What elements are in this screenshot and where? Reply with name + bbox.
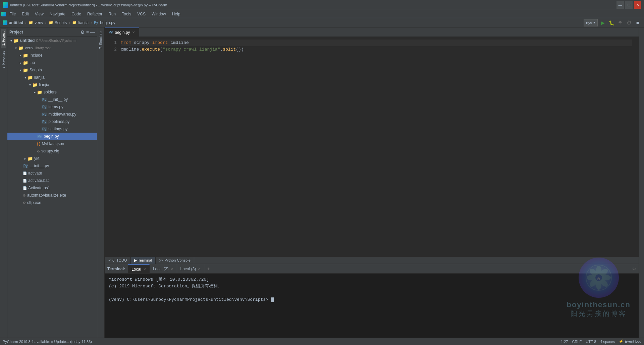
tree-settings-py-item[interactable]: Py settings.py [7,125,97,133]
tree-venv-item[interactable]: 📁 venv library root [7,44,97,52]
menu-refactor[interactable]: Refactor [85,11,105,17]
tree-lianjia-parent-item[interactable]: 📁 lianjia [7,74,97,81]
breadcrumb-lianjia[interactable]: lianjia [78,20,89,25]
terminal-tab[interactable]: ▶ Terminal [131,257,156,264]
menu-run[interactable]: Run [106,11,118,17]
tree-root-arrow [9,39,13,43]
tree-init-py-item[interactable]: Py __init__.py [7,96,97,103]
tree-root-item[interactable]: 📁 untitled C:\Users\Sunboy\Pycharmi [7,37,97,44]
tree-include-item[interactable]: 📁 Include [7,52,97,59]
panel-bottom-tabs: ✓ 6: TODO ▶ Terminal ≫ Python Console [105,257,639,264]
tree-root-folder-icon: 📁 [13,38,19,43]
todo-tab[interactable]: ✓ 6: TODO [105,257,131,264]
indent[interactable]: 4 spaces [600,340,615,344]
tree-spiders-item[interactable]: 📁 spiders [7,88,97,96]
editor-tab-begin-py[interactable]: Py begin.py ✕ [105,27,139,37]
tree-middlewares-py-item[interactable]: Py middlewares.py [7,111,97,118]
menu-tools[interactable]: Tools [119,11,134,17]
profile-button[interactable]: ⏱ [625,19,633,26]
terminal-local3-tab[interactable]: Local (3) ✕ [177,264,205,273]
tree-lianjia-child-item[interactable]: 📁 lianjia [7,81,97,88]
editor-tab-close[interactable]: ✕ [132,30,135,34]
menu-vcs[interactable]: VCS [135,11,148,17]
terminal-local-label: Local [131,267,141,272]
menu-navigate[interactable]: Navigate [47,11,68,17]
tree-mydata-json-item[interactable]: { } MyData.json [7,140,97,147]
breadcrumb-logo-icon [3,20,7,25]
tree-scrapy-cfg-item[interactable]: ⚙ scrapy.cfg [7,147,97,155]
coverage-button[interactable]: ☂ [616,19,624,26]
term-line-1: Microsoft Windows [版本 10.0.18362.720] [109,276,635,283]
terminal-settings-icon[interactable]: ⚙ [632,267,636,271]
maximize-button[interactable]: □ [625,1,633,9]
tree-begin-py-icon: Py [37,135,42,138]
code-token: split [223,46,236,53]
tree-automat-exe-label: automat-visualize.exe [27,193,66,198]
menu-code[interactable]: Code [69,11,84,17]
project-panel-tab[interactable]: 1: Project [1,29,6,48]
terminal-local3-close[interactable]: ✕ [198,267,201,271]
tree-activate-ps1-item[interactable]: 📄 Activate.ps1 [7,184,97,192]
tree-begin-py-item[interactable]: Py begin.py [7,133,97,140]
editor-area: Py begin.py ✕ 1 2 from scrapy import cmd [105,27,639,257]
tree-activate-item[interactable]: 📄 activate [7,169,97,177]
menu-help[interactable]: Help [169,11,183,17]
stop-button[interactable]: ■ [634,19,641,26]
tree-activate-bat-item[interactable]: 📄 activate.bat [7,177,97,184]
code-token: from [121,40,131,46]
close-button[interactable]: ✕ [634,1,641,9]
structure-panel-label[interactable]: 7: Structure [98,29,103,52]
terminal-local2-close[interactable]: ✕ [171,267,173,271]
tree-ykt-item[interactable]: 📁 ykt [7,155,97,162]
code-token: scrapy [131,40,152,46]
project-tree-header: Project ⚙ ≡ — [7,27,97,37]
encoding[interactable]: UTF-8 [586,340,596,344]
tree-cftp-exe-item[interactable]: ⚙ cftp.exe [7,199,97,206]
breadcrumb-file[interactable]: begin.py [100,20,115,25]
menu-file[interactable]: File [7,11,18,17]
tree-init2-py-item[interactable]: Py __init__.py [7,162,97,169]
cursor-position[interactable]: 1:27 [561,340,568,344]
tree-pipelines-py-item[interactable]: Py pipelines.py [7,118,97,125]
tree-activate-ps1-label: Activate.ps1 [28,186,50,190]
breadcrumb-scripts[interactable]: Scripts [55,20,67,25]
tree-collapse-icon[interactable]: ≡ [86,29,89,35]
tree-mydata-json-label: MyData.json [42,141,64,146]
tree-root-path: C:\Users\Sunboy\Pycharmi [36,39,76,43]
term-line-2: (c) 2019 Microsoft Corporation。保留所有权利。 [109,283,635,290]
editor-content[interactable]: 1 2 from scrapy import cmdline cmdline .… [105,37,639,257]
python-console-tab[interactable]: ≫ Python Console [156,257,194,264]
terminal-content[interactable]: Microsoft Windows [版本 10.0.18362.720] (c… [105,274,639,338]
project-tree: Project ⚙ ≡ — 📁 untitled C:\Users\Sunboy… [7,27,97,338]
menu-edit[interactable]: Edit [19,11,32,17]
minimize-button[interactable]: — [616,1,624,9]
tree-init-py-icon: Py [42,98,47,101]
favorites-panel-tab[interactable]: 2: Favorites [1,48,6,71]
terminal-local-tab[interactable]: Local ✕ [128,264,150,273]
tree-init2-py-icon: Py [23,164,28,168]
terminal-local2-tab[interactable]: Local (2) ✕ [150,264,177,273]
menu-view[interactable]: View [32,11,46,17]
tree-settings-icon[interactable]: ⚙ [80,29,85,35]
code-area[interactable]: from scrapy import cmdline cmdline . exe… [118,37,635,257]
tree-automat-exe-item[interactable]: ⚙ automat-visualize.exe [7,192,97,199]
tree-cftp-exe-icon: ⚙ [23,201,26,205]
terminal-local-close[interactable]: ✕ [143,267,146,271]
run-config-dropdown[interactable]: rtys ▾ [584,19,598,26]
debug-button[interactable]: 🐛 [608,19,615,26]
tree-items-py-item[interactable]: Py items.py [7,103,97,111]
terminal-icon: ▶ [134,258,137,263]
breadcrumb-project[interactable]: untitled [9,20,23,25]
line-ending[interactable]: CRLF [572,340,582,344]
main-layout: 1: Project 2: Favorites Project ⚙ ≡ — 📁 … [0,27,644,338]
add-terminal-tab[interactable]: + [204,264,213,273]
tree-scripts-item[interactable]: 📁 Scripts [7,66,97,74]
update-notification[interactable]: PyCharm 2019.3.4 available: // Update...… [3,340,92,344]
tree-close-icon[interactable]: — [90,29,95,35]
run-button[interactable]: ▶ [599,19,606,26]
menu-window[interactable]: Window [149,11,169,17]
event-log[interactable]: ⚡ Event Log [619,339,641,344]
breadcrumb-venv[interactable]: venv [35,20,43,25]
tree-lib-item[interactable]: 📁 Lib [7,59,97,66]
terminal-local3-label: Local (3) [180,267,196,271]
